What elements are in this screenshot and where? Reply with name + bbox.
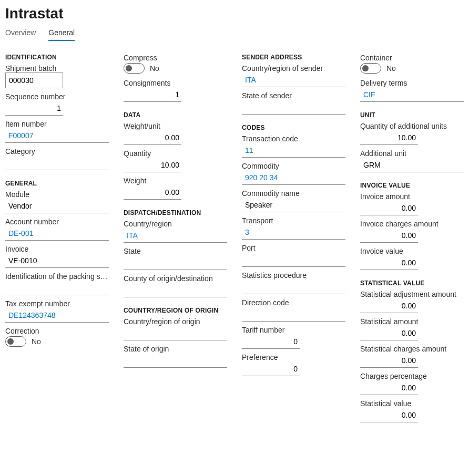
- stat-amount-input[interactable]: [360, 326, 418, 340]
- tab-general[interactable]: General: [48, 28, 75, 41]
- section-coo: COUNTRY/REGION OF ORIGIN: [124, 307, 227, 314]
- item-number-input[interactable]: [5, 128, 109, 143]
- state-sender-label: State of sender: [242, 91, 345, 100]
- weight-unit-input[interactable]: [124, 130, 181, 145]
- charges-pct-input[interactable]: [360, 380, 418, 395]
- country-region-sender-label: Country/region of sender: [242, 64, 345, 73]
- invoice-value-input[interactable]: [360, 255, 418, 270]
- sequence-number-input[interactable]: [5, 101, 63, 116]
- additional-unit-label: Additional unit: [360, 149, 464, 158]
- stat-value-input[interactable]: [360, 408, 418, 422]
- county-origin-dest-input[interactable]: [124, 283, 227, 297]
- delivery-terms-input[interactable]: [360, 87, 464, 102]
- tax-exempt-input[interactable]: [5, 308, 109, 323]
- qty-additional-units-label: Quantity of additional units: [360, 122, 464, 130]
- invoice-input[interactable]: [5, 253, 109, 268]
- shipment-batch-label: Shipment batch: [5, 64, 109, 73]
- invoice-amount-input[interactable]: [360, 201, 418, 215]
- stat-amount-label: Statistical amount: [360, 317, 464, 326]
- weight-unit-label: Weight/unit: [124, 122, 227, 130]
- compress-toggle[interactable]: [124, 63, 145, 74]
- country-region-sender-input[interactable]: [242, 73, 345, 87]
- section-general: GENERAL: [5, 180, 109, 187]
- category-input[interactable]: [5, 156, 109, 170]
- invoice-charges-input[interactable]: [360, 228, 418, 243]
- state-origin-label: State of origin: [124, 345, 227, 353]
- correction-label: Correction: [5, 327, 109, 335]
- stat-procedure-input[interactable]: [242, 280, 345, 294]
- country-region-input[interactable]: [124, 228, 227, 243]
- quantity-input[interactable]: [124, 158, 181, 172]
- additional-unit-input[interactable]: [360, 158, 464, 172]
- delivery-terms-label: Delivery terms: [360, 79, 464, 87]
- stat-procedure-label: Statistics procedure: [242, 271, 345, 280]
- county-origin-dest-label: County of origin/destination: [124, 274, 227, 283]
- compress-value: No: [150, 64, 159, 73]
- correction-toggle[interactable]: [5, 336, 26, 347]
- correction-value: No: [32, 337, 41, 346]
- invoice-value-label: Invoice value: [360, 247, 464, 255]
- country-region-origin-label: Country/region of origin: [124, 317, 227, 326]
- invoice-amount-label: Invoice amount: [360, 192, 464, 201]
- commodity-label: Commodity: [242, 162, 345, 170]
- transport-label: Transport: [242, 216, 345, 225]
- tariff-number-label: Tariff number: [242, 326, 345, 334]
- page-title: Intrastat: [5, 5, 464, 22]
- transaction-code-input[interactable]: [242, 143, 345, 158]
- stat-adjustment-label: Statistical adjustment amount: [360, 290, 464, 298]
- account-number-label: Account number: [5, 218, 109, 226]
- transaction-code-label: Transaction code: [242, 134, 345, 143]
- stat-adjustment-input[interactable]: [360, 298, 418, 313]
- state-label: State: [124, 247, 227, 255]
- consignments-label: Consignments: [124, 79, 227, 87]
- category-label: Category: [5, 147, 109, 156]
- section-sender: SENDER ADDRESS: [242, 54, 345, 61]
- consignments-input[interactable]: [124, 87, 181, 102]
- section-invoice-value: INVOICE VALUE: [360, 182, 464, 189]
- country-region-origin-input[interactable]: [124, 326, 227, 340]
- stat-value-label: Statistical value: [360, 399, 464, 408]
- tax-exempt-label: Tax exempt number: [5, 299, 109, 308]
- container-label: Container: [360, 54, 464, 62]
- section-statistical: STATISTICAL VALUE: [360, 280, 464, 287]
- state-sender-input[interactable]: [242, 100, 345, 115]
- section-data: DATA: [124, 111, 227, 119]
- module-label: Module: [5, 190, 109, 199]
- weight-input[interactable]: [124, 185, 181, 200]
- section-dispatch: DISPATCH/DESTINATION: [124, 209, 227, 216]
- section-unit: UNIT: [360, 111, 464, 119]
- preference-label: Preference: [242, 353, 345, 361]
- item-number-label: Item number: [5, 120, 109, 128]
- commodity-name-input[interactable]: [242, 198, 345, 212]
- container-value: No: [386, 64, 396, 73]
- module-input[interactable]: [5, 199, 109, 213]
- transport-input[interactable]: [242, 225, 345, 240]
- quantity-label: Quantity: [124, 149, 227, 158]
- direction-code-input[interactable]: [242, 307, 345, 322]
- section-identification: IDENTIFICATION: [5, 54, 109, 61]
- state-input[interactable]: [124, 255, 227, 270]
- direction-code-label: Direction code: [242, 298, 345, 307]
- tabs: Overview General: [5, 28, 464, 41]
- invoice-charges-label: Invoice charges amount: [360, 220, 464, 228]
- state-origin-input[interactable]: [124, 353, 227, 368]
- invoice-label: Invoice: [5, 245, 109, 253]
- commodity-name-label: Commodity name: [242, 189, 345, 198]
- preference-input[interactable]: [242, 361, 300, 376]
- packing-slip-label: Identification of the packing slip ...: [5, 272, 109, 281]
- charges-pct-label: Charges percentage: [360, 372, 464, 380]
- tariff-number-input[interactable]: [242, 334, 300, 349]
- shipment-batch-input[interactable]: [5, 73, 63, 88]
- tab-overview[interactable]: Overview: [5, 28, 36, 41]
- weight-label: Weight: [124, 177, 227, 185]
- port-input[interactable]: [242, 252, 345, 267]
- port-label: Port: [242, 244, 345, 252]
- stat-charges-input[interactable]: [360, 353, 418, 368]
- section-codes: CODES: [242, 124, 345, 131]
- packing-slip-input[interactable]: [5, 281, 109, 295]
- account-number-input[interactable]: [5, 226, 109, 241]
- sequence-number-label: Sequence number: [5, 92, 109, 101]
- commodity-input[interactable]: [242, 170, 345, 185]
- container-toggle[interactable]: [360, 63, 381, 74]
- qty-additional-units-input[interactable]: [360, 130, 418, 145]
